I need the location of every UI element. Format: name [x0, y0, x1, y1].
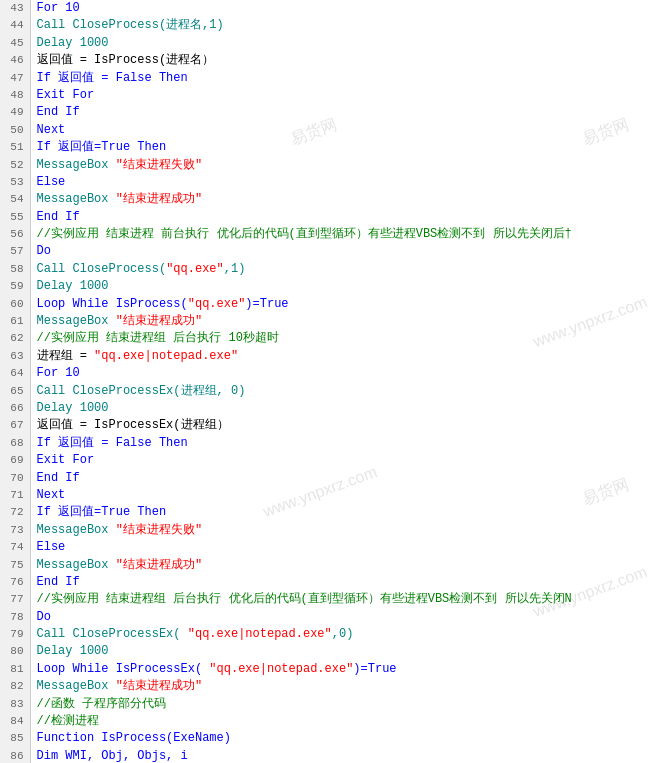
code-token: "结束进程成功" [116, 314, 202, 328]
line-code: Delay 1000 [30, 278, 660, 295]
line-number: 67 [0, 417, 30, 434]
line-code: MessageBox "结束进程成功" [30, 191, 660, 208]
code-token: MessageBox [37, 558, 116, 572]
code-token: For 10 [37, 366, 80, 380]
code-token: Exit For [37, 88, 95, 102]
code-token: MessageBox [37, 314, 116, 328]
line-code: //实例应用 结束进程组 后台执行 优化后的代码(直到型循环）有些进程VBS检测… [30, 591, 660, 608]
line-code: For 10 [30, 365, 660, 382]
line-code: For 10 [30, 0, 660, 17]
line-code: Delay 1000 [30, 35, 660, 52]
table-row: 76End If [0, 574, 660, 591]
code-token: If 返回值 = False [37, 436, 159, 450]
line-code: Loop While IsProcess("qq.exe")=True [30, 296, 660, 313]
code-token: "结束进程成功" [116, 558, 202, 572]
line-number: 57 [0, 243, 30, 260]
line-code: Next [30, 487, 660, 504]
line-number: 53 [0, 174, 30, 191]
code-token: Delay 1000 [37, 644, 109, 658]
table-row: 82MessageBox "结束进程成功" [0, 678, 660, 695]
code-token: "qq.exe" [166, 262, 224, 276]
line-code: If 返回值 = False Then [30, 70, 660, 87]
line-number: 51 [0, 139, 30, 156]
code-token: )=True [245, 297, 288, 311]
code-token: Loop While IsProcessEx( [37, 662, 210, 676]
line-code: MessageBox "结束进程成功" [30, 678, 660, 695]
code-token: If 返回值 = False [37, 71, 159, 85]
code-token: Exit For [37, 453, 95, 467]
line-number: 62 [0, 330, 30, 347]
code-token: MessageBox [37, 192, 116, 206]
line-code: Exit For [30, 87, 660, 104]
line-number: 63 [0, 348, 30, 365]
code-token: Loop While IsProcess( [37, 297, 188, 311]
line-code: Else [30, 539, 660, 556]
code-token: Then [137, 505, 166, 519]
code-token: ,1) [224, 262, 246, 276]
code-token: Next [37, 488, 66, 502]
line-number: 55 [0, 209, 30, 226]
code-token: Do [37, 610, 51, 624]
table-row: 72If 返回值=True Then [0, 504, 660, 521]
table-row: 68If 返回值 = False Then [0, 435, 660, 452]
table-row: 69Exit For [0, 452, 660, 469]
code-token: End If [37, 471, 80, 485]
code-token: )=True [353, 662, 396, 676]
line-code: Call CloseProcessEx(进程组, 0) [30, 383, 660, 400]
code-token: MessageBox [37, 679, 116, 693]
table-row: 47If 返回值 = False Then [0, 70, 660, 87]
line-code: Dim WMI, Obj, Objs, i [30, 748, 660, 763]
line-number: 45 [0, 35, 30, 52]
line-number: 72 [0, 504, 30, 521]
line-number: 47 [0, 70, 30, 87]
code-token: ,0) [332, 627, 354, 641]
table-row: 86Dim WMI, Obj, Objs, i [0, 748, 660, 763]
line-code: End If [30, 574, 660, 591]
line-code: Function IsProcess(ExeName) [30, 730, 660, 747]
table-row: 55End If [0, 209, 660, 226]
line-number: 65 [0, 383, 30, 400]
table-row: 75MessageBox "结束进程成功" [0, 557, 660, 574]
table-row: 57Do [0, 243, 660, 260]
line-code: If 返回值=True Then [30, 139, 660, 156]
code-token: Function IsProcess(ExeName) [37, 731, 231, 745]
line-code: End If [30, 209, 660, 226]
line-number: 81 [0, 661, 30, 678]
table-row: 80Delay 1000 [0, 643, 660, 660]
table-row: 67返回值 = IsProcessEx(进程组） [0, 417, 660, 434]
line-code: Delay 1000 [30, 643, 660, 660]
code-token: //实例应用 结束进程组 后台执行 10秒超时 [37, 331, 279, 345]
table-row: 83//函数 子程序部分代码 [0, 696, 660, 713]
code-token: If 返回值=True [37, 140, 138, 154]
line-code: //实例应用 结束进程 前台执行 优化后的代码(直到型循环）有些进程VBS检测不… [30, 226, 660, 243]
table-row: 49End If [0, 104, 660, 121]
line-code: Else [30, 174, 660, 191]
table-row: 54MessageBox "结束进程成功" [0, 191, 660, 208]
code-token: If 返回值=True [37, 505, 138, 519]
table-row: 70End If [0, 470, 660, 487]
line-code: Do [30, 243, 660, 260]
table-row: 85Function IsProcess(ExeName) [0, 730, 660, 747]
code-token: Then [159, 436, 188, 450]
line-code: Delay 1000 [30, 400, 660, 417]
line-number: 79 [0, 626, 30, 643]
code-token: Delay 1000 [37, 401, 109, 415]
line-code: Call CloseProcessEx( "qq.exe|notepad.exe… [30, 626, 660, 643]
line-code: MessageBox "结束进程失败" [30, 157, 660, 174]
table-row: 79Call CloseProcessEx( "qq.exe|notepad.e… [0, 626, 660, 643]
line-number: 73 [0, 522, 30, 539]
code-editor: 43For 1044Call CloseProcess(进程名,1)45Dela… [0, 0, 660, 763]
line-code: Loop While IsProcessEx( "qq.exe|notepad.… [30, 661, 660, 678]
code-token: MessageBox [37, 158, 116, 172]
code-token: Else [37, 540, 66, 554]
table-row: 62//实例应用 结束进程组 后台执行 10秒超时 [0, 330, 660, 347]
line-number: 82 [0, 678, 30, 695]
code-token: "qq.exe|notepad.exe" [209, 662, 353, 676]
table-row: 73MessageBox "结束进程失败" [0, 522, 660, 539]
code-token: MessageBox [37, 523, 116, 537]
line-code: 进程组 = "qq.exe|notepad.exe" [30, 348, 660, 365]
table-row: 84//检测进程 [0, 713, 660, 730]
table-row: 77//实例应用 结束进程组 后台执行 优化后的代码(直到型循环）有些进程VBS… [0, 591, 660, 608]
line-code: //实例应用 结束进程组 后台执行 10秒超时 [30, 330, 660, 347]
table-row: 74Else [0, 539, 660, 556]
